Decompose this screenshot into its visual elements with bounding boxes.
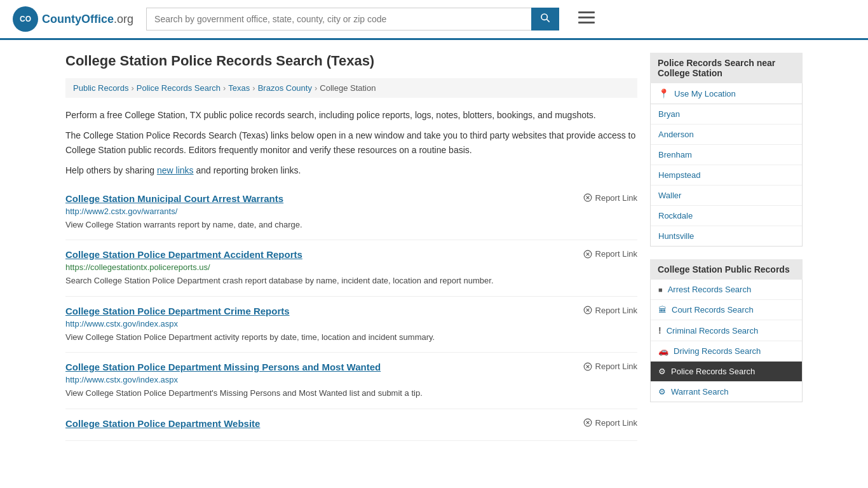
nearby-city-6[interactable]: Huntsville [651,226,802,246]
description-1: Perform a free College Station, TX publi… [65,108,637,122]
main-container: College Station Police Records Search (T… [53,40,815,454]
site-logo[interactable]: CO CountyOffice.org [13,6,133,32]
arrest-icon: ■ [658,286,663,294]
nearby-city-2[interactable]: Brenham [651,145,802,165]
nearby-city-5[interactable]: Rockdale [651,206,802,226]
breadcrumb-brazos-county[interactable]: Brazos County [258,83,312,93]
site-header: CO CountyOffice.org [0,0,868,40]
report-link-1[interactable]: Report Link [583,249,637,259]
breadcrumb-public-records[interactable]: Public Records [73,83,128,93]
svg-point-2 [541,14,547,20]
breadcrumb-texas[interactable]: Texas [228,83,250,93]
nearby-city-4[interactable]: Waller [651,186,802,206]
breadcrumb-police-records-search[interactable]: Police Records Search [137,83,220,93]
nearby-cities: BryanAndersonBrenhamHempsteadWallerRockd… [650,104,803,247]
public-records-item-3[interactable]: 🚗Driving Records Search [651,341,802,362]
public-records-item-1[interactable]: 🏛Court Records Search [651,300,802,320]
nearby-city-link-5[interactable]: Rockdale [651,206,802,226]
public-records-link-1[interactable]: 🏛Court Records Search [651,300,802,320]
public-records-link-2[interactable]: !Criminal Records Search [651,320,802,341]
nearby-city-link-4[interactable]: Waller [651,186,802,205]
search-button[interactable] [531,8,559,30]
report-icon [583,193,592,202]
svg-rect-5 [578,17,595,18]
nearby-city-1[interactable]: Anderson [651,125,802,145]
nearby-city-link-1[interactable]: Anderson [651,125,802,144]
breadcrumb-college-station: College Station [320,83,376,93]
public-records-item-2[interactable]: !Criminal Records Search [651,320,802,341]
result-title-1[interactable]: College Station Police Department Accide… [65,249,302,260]
result-title-0[interactable]: College Station Municipal Court Arrest W… [65,193,283,204]
new-links-link[interactable]: new links [157,165,194,175]
result-url-0[interactable]: http://www2.cstx.gov/warrants/ [65,207,637,216]
result-header: College Station Police Department Websit… [65,418,637,429]
search-input[interactable] [146,8,531,30]
result-header: College Station Municipal Court Arrest W… [65,193,637,204]
result-desc-3: View College Station Police Department's… [65,387,637,400]
svg-rect-6 [578,22,595,24]
nearby-city-link-6[interactable]: Huntsville [651,226,802,246]
result-header: College Station Police Department Missin… [65,362,637,372]
court-icon: 🏛 [658,305,667,315]
description-2: The College Station Police Records Searc… [65,128,637,157]
nearby-city-link-2[interactable]: Brenham [651,145,802,165]
result-header: College Station Police Department Crime … [65,306,637,316]
use-my-location-item[interactable]: 📍 Use My Location [651,83,802,104]
description-3: Help others by sharing new links and rep… [65,163,637,177]
nearby-section-header: Police Records Search near College Stati… [650,53,803,83]
nearby-city-link-3[interactable]: Hempstead [651,165,802,185]
result-desc-0: View College Station warrants report by … [65,219,637,231]
public-records-list: ■Arrest Records Search🏛Court Records Sea… [650,280,803,402]
nearby-city-link-0[interactable]: Bryan [651,104,802,124]
report-link-3[interactable]: Report Link [583,362,637,371]
result-item: College Station Police Department Crime … [65,297,637,353]
public-records-link-0[interactable]: ■Arrest Records Search [651,280,802,299]
report-link-0[interactable]: Report Link [583,193,637,203]
result-title-3[interactable]: College Station Police Department Missin… [65,362,381,372]
result-url-2[interactable]: http://www.cstx.gov/index.aspx [65,319,637,329]
public-records-link-5[interactable]: ⚙Warrant Search [651,382,802,402]
report-icon [583,418,592,427]
public-records-section-header: College Station Public Records [650,259,803,280]
svg-text:CO: CO [20,15,31,24]
search-bar [146,8,559,30]
report-link-4[interactable]: Report Link [583,418,637,428]
nearby-city-3[interactable]: Hempstead [651,165,802,186]
result-title-4[interactable]: College Station Police Department Websit… [65,418,260,429]
public-records-item-0[interactable]: ■Arrest Records Search [651,280,802,300]
use-my-location-link[interactable]: 📍 Use My Location [651,83,802,104]
menu-icon[interactable] [578,10,595,28]
driving-icon: 🚗 [658,346,668,356]
criminal-icon: ! [658,325,661,336]
location-pin-icon: 📍 [658,88,669,98]
nearby-section: Police Records Search near College Stati… [650,53,803,247]
public-records-link-4[interactable]: ⚙Police Records Search [651,362,802,381]
result-header: College Station Police Department Accide… [65,249,637,260]
report-icon [583,306,592,315]
result-url-1[interactable]: https://collegestationtx.policereports.u… [65,262,637,272]
public-records-item-4[interactable]: ⚙Police Records Search [651,362,802,382]
warrant-icon: ⚙ [658,387,666,396]
svg-line-3 [546,19,550,22]
result-title-2[interactable]: College Station Police Department Crime … [65,306,290,316]
result-item: College Station Municipal Court Arrest W… [65,184,637,241]
result-item: College Station Police Department Missin… [65,353,637,409]
report-link-2[interactable]: Report Link [583,306,637,315]
result-desc-1: Search College Station Police Department… [65,274,637,287]
result-item: College Station Police Department Accide… [65,240,637,297]
report-icon [583,250,592,259]
nearby-cities-list: 📍 Use My Location [650,83,803,104]
nearby-city-0[interactable]: Bryan [651,104,802,125]
sidebar: Police Records Search near College Stati… [650,53,803,441]
police-icon: ⚙ [658,367,666,376]
page-title: College Station Police Records Search (T… [65,53,637,69]
svg-rect-4 [578,11,595,13]
result-desc-2: View College Station Police Department a… [65,331,637,344]
result-url-3[interactable]: http://www.cstx.gov/index.aspx [65,375,637,384]
logo-text: CountyOffice.org [42,13,133,26]
public-records-item-5[interactable]: ⚙Warrant Search [651,382,802,402]
logo-icon: CO [13,6,38,32]
public-records-link-3[interactable]: 🚗Driving Records Search [651,341,802,361]
breadcrumb: Public Records › Police Records Search ›… [65,78,637,98]
content-area: College Station Police Records Search (T… [65,53,637,441]
